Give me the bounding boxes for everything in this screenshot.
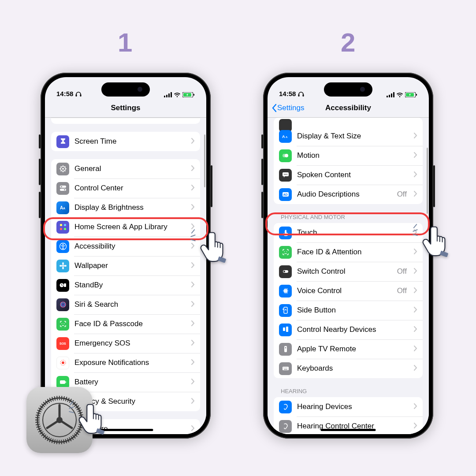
touch-icon: [279, 227, 292, 239]
nav-bar: Settings: [45, 98, 206, 118]
svg-text:A: A: [63, 207, 65, 210]
hourglass-icon: [56, 135, 69, 148]
row-hearing-devices[interactable]: Hearing Devices: [274, 397, 423, 416]
svg-point-57: [284, 251, 285, 252]
row-label: Keyboards: [297, 364, 409, 373]
voice-icon: [279, 285, 292, 298]
row-value: Off: [397, 190, 407, 199]
cellular-icon: [387, 92, 394, 97]
chevron-right-icon: [191, 165, 195, 173]
chevron-right-icon: [191, 184, 195, 192]
row-siri-search[interactable]: Siri & Search: [51, 295, 200, 314]
svg-point-41: [62, 361, 64, 364]
row-switch-control[interactable]: Switch Control Off: [274, 262, 423, 281]
row-display-brightness[interactable]: AA Display & Brightness: [51, 198, 200, 217]
phone-screen-2: 14:58 Settings Accessibility AA Display …: [268, 77, 429, 434]
row-faceid-passcode[interactable]: Face ID & Passcode: [51, 314, 200, 334]
row-apple-tv-remote[interactable]: Apple TV Remote: [274, 339, 423, 359]
svg-point-52: [284, 174, 285, 175]
svg-point-37: [62, 304, 64, 305]
svg-rect-22: [60, 224, 62, 226]
exposure-icon: [56, 357, 69, 369]
row-touch[interactable]: Touch: [274, 223, 423, 242]
svg-rect-64: [286, 327, 288, 332]
status-time: 14:58: [279, 90, 296, 97]
row-label: Face ID & Attention: [297, 248, 409, 257]
chevron-right-icon: [414, 326, 417, 334]
row-side-button[interactable]: Side Button: [274, 301, 423, 320]
row-faceid-attention[interactable]: Face ID & Attention: [274, 242, 423, 262]
row-general[interactable]: General: [51, 159, 200, 178]
svg-point-19: [64, 189, 65, 190]
row-label: Home Screen & App Library: [74, 223, 186, 231]
row-screen-time[interactable]: Screen Time: [51, 132, 200, 151]
row-motion[interactable]: Motion: [274, 146, 423, 165]
svg-rect-65: [284, 346, 287, 352]
row-hearing-control-center[interactable]: Hearing Control Center: [274, 416, 423, 434]
svg-point-39: [63, 323, 64, 324]
row-label: Motion: [297, 151, 409, 160]
chevron-right-icon: [414, 364, 417, 372]
row-label: Display & Text Size: [297, 132, 409, 141]
pointer-hand-icon: [418, 223, 452, 257]
gear-icon: [56, 163, 69, 175]
row-spoken-content[interactable]: Spoken Content: [274, 165, 423, 185]
svg-point-36: [61, 303, 65, 306]
step-number-2: 2: [341, 27, 355, 58]
scrollbar[interactable]: [427, 148, 428, 214]
row-wallpaper[interactable]: Wallpaper: [51, 256, 200, 275]
row-display-text-size[interactable]: AA Display & Text Size: [274, 126, 423, 146]
chevron-right-icon: [414, 403, 417, 411]
row-keyboards[interactable]: Keyboards: [274, 359, 423, 378]
row-label: Exposure Notifications: [74, 358, 186, 367]
svg-rect-61: [284, 307, 287, 313]
scrollbar[interactable]: [204, 134, 205, 187]
battery-icon: [405, 92, 417, 97]
row-exposure-notifications[interactable]: Exposure Notifications: [51, 353, 200, 372]
headphones-icon: [75, 91, 82, 97]
home-indicator[interactable]: [321, 429, 376, 431]
row-label: Spoken Content: [297, 171, 409, 179]
row-accessibility[interactable]: Accessibility: [51, 237, 200, 256]
pointer-hand-icon: [196, 228, 230, 263]
chevron-right-icon: [414, 248, 417, 256]
svg-point-53: [285, 174, 286, 175]
svg-point-70: [284, 368, 285, 368]
row-voice-control[interactable]: Voice Control Off: [274, 281, 423, 301]
svg-rect-43: [60, 380, 65, 384]
row-label: Screen Time: [74, 137, 186, 146]
keyboard-icon: [279, 362, 292, 375]
svg-point-15: [62, 168, 64, 170]
chevron-right-icon: [414, 268, 417, 275]
row-emergency-sos[interactable]: SOS Emergency SOS: [51, 334, 200, 353]
phone-frame-1: 14:58 Settings Screen Time: [41, 73, 211, 439]
svg-text:AD: AD: [283, 193, 287, 196]
row-control-center[interactable]: Control Center: [51, 178, 200, 198]
row-label: Display & Brightness: [74, 203, 186, 212]
svg-point-17: [61, 186, 62, 187]
back-button[interactable]: Settings: [271, 104, 304, 112]
svg-text:A: A: [282, 134, 285, 139]
svg-rect-24: [60, 228, 62, 230]
nearby-icon: [279, 324, 292, 336]
accessibility-icon: [56, 240, 69, 253]
row-label: StandBy: [74, 281, 186, 290]
svg-rect-68: [284, 369, 287, 370]
chevron-right-icon: [191, 301, 195, 309]
row-label: Switch Control: [297, 267, 392, 276]
chevron-right-icon: [191, 262, 195, 270]
clock-icon: [56, 279, 69, 292]
row-label: Battery: [74, 378, 186, 387]
chevron-right-icon: [191, 242, 195, 250]
chevron-right-icon: [414, 171, 417, 179]
chevron-right-icon: [191, 204, 195, 212]
chevron-right-icon: [414, 152, 417, 160]
row-standby[interactable]: StandBy: [51, 275, 200, 295]
remote-icon: [279, 343, 292, 356]
svg-point-30: [62, 267, 64, 269]
svg-rect-63: [283, 327, 285, 331]
row-control-nearby[interactable]: Control Nearby Devices: [274, 320, 423, 339]
row-audio-descriptions[interactable]: AD Audio Descriptions Off: [274, 185, 423, 204]
row-home-screen[interactable]: Home Screen & App Library: [51, 217, 200, 237]
phone-frame-2: 14:58 Settings Accessibility AA Display …: [263, 73, 433, 439]
